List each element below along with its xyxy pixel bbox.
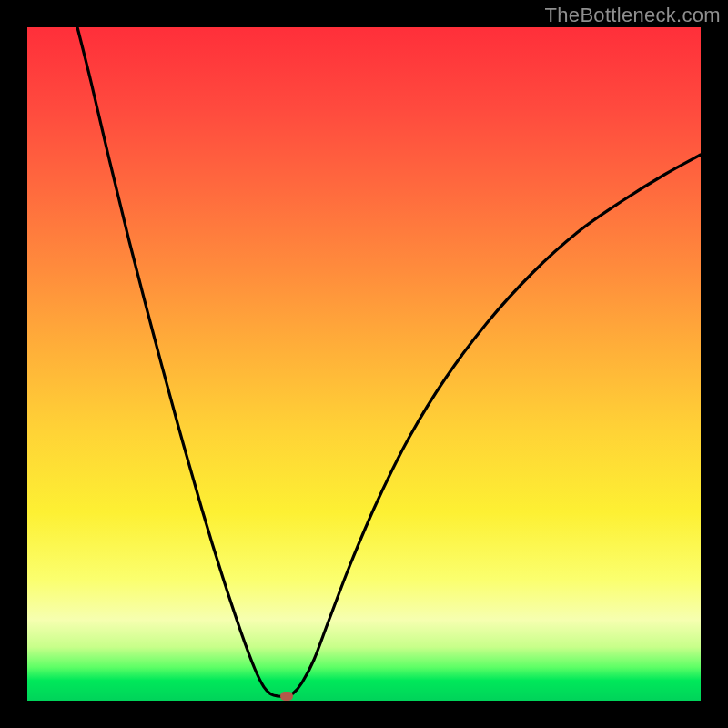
watermark-text: TheBottleneck.com <box>545 4 721 27</box>
bottleneck-curve <box>27 27 701 701</box>
chart-frame: TheBottleneck.com <box>0 0 728 728</box>
plot-area <box>27 27 701 701</box>
minimum-marker <box>280 692 293 701</box>
